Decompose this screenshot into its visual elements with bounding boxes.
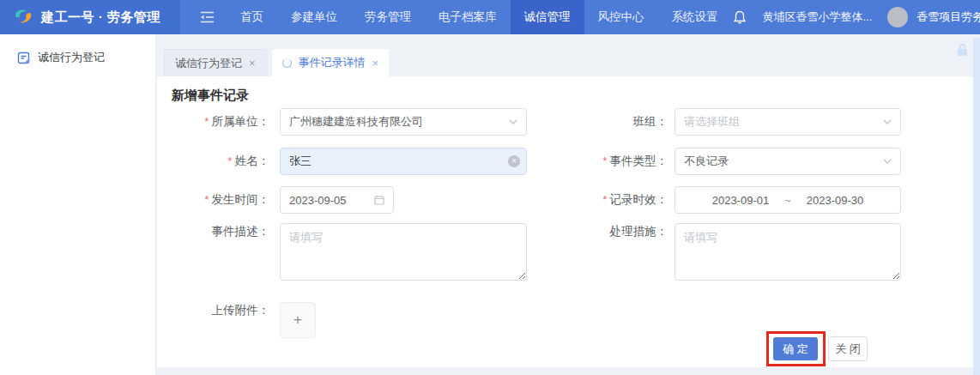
plus-icon: + — [293, 311, 302, 329]
tab-credit-register[interactable]: 诚信行为登记 × — [164, 49, 267, 76]
nav-item-home[interactable]: 首页 — [227, 0, 277, 34]
attachment-label: 上传附件： — [160, 302, 269, 319]
tab-label: 诚信行为登记 — [175, 56, 242, 71]
tab-label: 事件记录详情 — [299, 55, 366, 70]
event-desc-label: 事件描述： — [160, 223, 269, 240]
tab-event-record-detail[interactable]: 事件记录详情 × — [272, 49, 390, 76]
event-type-label: *事件类型： — [558, 148, 668, 175]
upload-attachment-button[interactable]: + — [280, 302, 316, 338]
name-label: *姓名： — [160, 148, 269, 175]
top-navbar: 建工一号 · 劳务管理 首页 参建单位 劳务管理 电子档案库 诚信管理 风控中心… — [0, 0, 980, 34]
range-end: 2023-09-30 — [807, 194, 864, 207]
user-avatar[interactable] — [887, 7, 908, 27]
team-select[interactable]: 请选择班组 — [675, 108, 901, 136]
close-button[interactable]: 关 闭 — [828, 336, 868, 361]
tab-close-icon[interactable]: × — [249, 57, 256, 69]
scrollbar-track[interactable] — [973, 38, 980, 375]
left-sidebar: 诚信行为登记 — [0, 34, 156, 375]
logo-icon — [12, 7, 34, 27]
record-period-range-picker[interactable]: 2023-09-01 ~ 2023-09-30 — [675, 186, 901, 214]
sidebar-item-label: 诚信行为登记 — [38, 50, 105, 65]
main-nav: 首页 参建单位 劳务管理 电子档案库 诚信管理 风控中心 系统设置 — [227, 0, 732, 34]
current-project-selector[interactable]: 黄埔区香雪小学整体... — [763, 9, 873, 25]
form-title: 新增事件记录 — [172, 88, 249, 104]
tab-bar: 诚信行为登记 × 事件记录详情 × — [157, 34, 980, 76]
nav-item-labor[interactable]: 劳务管理 — [351, 0, 425, 34]
measures-label: 处理措施： — [558, 223, 668, 240]
sidebar-item-credit-register[interactable]: 诚信行为登记 — [0, 34, 155, 65]
calendar-icon — [374, 195, 384, 205]
team-label: 班组： — [558, 108, 668, 136]
measures-textarea[interactable] — [675, 223, 901, 281]
nav-item-risk[interactable]: 风控中心 — [584, 0, 658, 34]
range-start: 2023-09-01 — [712, 194, 770, 207]
confirm-button[interactable]: 确 定 — [773, 337, 818, 360]
navbar-right: 黄埔区香雪小学整体... 香雪项目劳务员 — [732, 7, 980, 27]
notification-bell-icon[interactable] — [732, 9, 747, 25]
occur-date-picker[interactable]: 2023-09-05 — [280, 186, 394, 214]
tab-close-icon[interactable]: × — [372, 57, 379, 69]
record-period-label: *记录时效： — [558, 186, 668, 214]
app-title: 建工一号 · 劳务管理 — [41, 9, 160, 26]
app-logo: 建工一号 · 劳务管理 — [0, 0, 180, 34]
nav-item-credit[interactable]: 诚信管理 — [511, 0, 584, 34]
chevron-down-icon — [883, 159, 892, 164]
event-type-select[interactable]: 不良记录 — [675, 148, 901, 175]
company-label: *所属单位： — [160, 108, 269, 136]
nav-item-archive[interactable]: 电子档案库 — [425, 0, 511, 34]
range-separator: ~ — [784, 194, 791, 207]
menu-fold-icon[interactable] — [192, 0, 221, 34]
chevron-down-icon — [509, 119, 517, 124]
company-select[interactable]: 广州穗建建造科技有限公司 — [280, 108, 527, 136]
clear-input-icon[interactable]: × — [508, 155, 520, 167]
event-desc-textarea[interactable] — [280, 223, 527, 281]
nav-item-settings[interactable]: 系统设置 — [658, 0, 732, 34]
occur-date-label: *发生时间： — [160, 186, 269, 214]
user-name[interactable]: 香雪项目劳务员 — [916, 9, 980, 25]
nav-item-units[interactable]: 参建单位 — [277, 0, 351, 34]
name-input[interactable] — [280, 148, 527, 175]
chevron-down-icon — [883, 119, 892, 124]
loading-spinner-icon — [282, 58, 292, 68]
register-form-icon — [17, 51, 30, 64]
lock-icon[interactable] — [955, 43, 970, 57]
